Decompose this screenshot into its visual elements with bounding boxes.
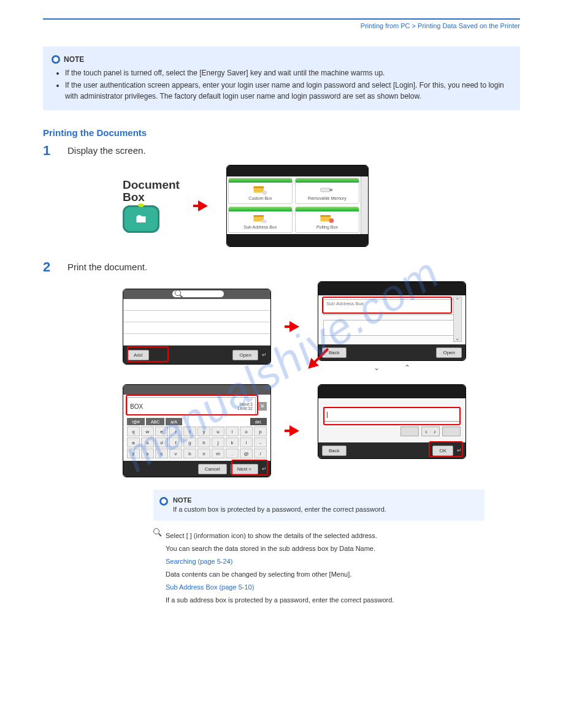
tab-delete[interactable]: del. bbox=[250, 418, 267, 425]
document-box-button[interactable] bbox=[123, 205, 159, 233]
chevron-left-icon[interactable]: ‹ bbox=[422, 427, 431, 436]
list-row[interactable] bbox=[123, 299, 270, 311]
next-button[interactable]: Next > bbox=[231, 464, 258, 474]
key-e[interactable]: e bbox=[155, 427, 168, 436]
ok-button[interactable]: OK bbox=[432, 446, 453, 456]
tab-abc[interactable]: ABC bbox=[146, 418, 164, 425]
gear-icon bbox=[52, 55, 60, 64]
key-@[interactable]: @ bbox=[240, 449, 253, 458]
address-input[interactable]: | bbox=[323, 407, 461, 422]
chevron-up-icon[interactable]: ⌃ bbox=[404, 363, 410, 372]
address-panel: | ‹› Back OK ↵ bbox=[318, 384, 466, 459]
tile-removable-memory[interactable]: Removable Memory bbox=[295, 178, 359, 204]
chevron-up-icon[interactable]: ⌃ bbox=[455, 297, 460, 303]
list-row[interactable] bbox=[123, 322, 270, 334]
key-m[interactable]: m bbox=[212, 449, 224, 458]
panel-bottom-bar bbox=[227, 234, 368, 246]
key-g[interactable]: g bbox=[183, 438, 196, 447]
key-v[interactable]: v bbox=[169, 449, 182, 458]
step-number-2: 2 bbox=[43, 259, 67, 275]
scrollbar[interactable] bbox=[361, 176, 368, 234]
key-.[interactable]: . bbox=[226, 449, 239, 458]
ref-line: Data contents can be changed by selectin… bbox=[166, 569, 394, 580]
box-icon bbox=[251, 184, 269, 196]
detail-topbar bbox=[318, 282, 465, 295]
ref-line: You can search the data stored in the su… bbox=[166, 544, 394, 554]
chevron-right-icon[interactable]: › bbox=[431, 427, 439, 436]
nav-prev-next[interactable]: ‹› bbox=[421, 427, 440, 436]
key-b[interactable]: b bbox=[183, 449, 196, 458]
search-pill[interactable] bbox=[172, 290, 224, 297]
input-limit: Limit:32 bbox=[237, 406, 253, 411]
text-input[interactable]: BOX Input:3Limit:32 bbox=[127, 397, 256, 415]
list-panel: Add Open ↵ bbox=[123, 289, 271, 365]
tile-custom-box[interactable]: Custom Box bbox=[228, 178, 293, 204]
breadcrumb: Printing from PC > Printing Data Saved o… bbox=[361, 22, 520, 29]
panel-top-bar bbox=[227, 165, 368, 176]
clear-button[interactable]: ✕ bbox=[258, 402, 267, 411]
key-k[interactable]: k bbox=[226, 438, 239, 447]
key-j[interactable]: j bbox=[212, 438, 224, 447]
key-f[interactable]: f bbox=[169, 438, 182, 447]
svg-rect-3 bbox=[321, 188, 331, 192]
note-line-2: If the user authentication screen appear… bbox=[65, 80, 511, 102]
key-r[interactable]: r bbox=[169, 427, 182, 436]
key-h[interactable]: h bbox=[197, 438, 210, 447]
key--[interactable]: - bbox=[254, 438, 267, 447]
key-row-2: asdfghjkl- bbox=[127, 438, 267, 447]
gear-icon bbox=[159, 497, 168, 506]
key-c[interactable]: c bbox=[155, 449, 168, 458]
key-u[interactable]: u bbox=[212, 427, 224, 436]
open-button[interactable]: Open bbox=[436, 347, 462, 358]
box-fax-icon bbox=[251, 213, 269, 225]
ref-line: If a sub address box is protected by a p… bbox=[166, 595, 394, 605]
key-o[interactable]: o bbox=[240, 427, 253, 436]
key-t[interactable]: t bbox=[183, 427, 196, 436]
nav-chip[interactable] bbox=[442, 427, 461, 436]
ref-link[interactable]: Searching (page 5-24) bbox=[166, 556, 394, 567]
cancel-button[interactable]: Cancel bbox=[198, 464, 227, 474]
note-title: NOTE bbox=[64, 54, 84, 65]
key-q[interactable]: q bbox=[127, 427, 140, 436]
key-p[interactable]: p bbox=[254, 427, 267, 436]
key-/[interactable]: / bbox=[254, 449, 267, 458]
key-d[interactable]: d bbox=[155, 438, 168, 447]
step-text-2: Print the document. bbox=[67, 259, 147, 275]
list-row[interactable] bbox=[123, 334, 270, 346]
note-mid-title: NOTE bbox=[173, 496, 192, 504]
header-divider bbox=[43, 18, 520, 20]
key-s[interactable]: s bbox=[141, 438, 154, 447]
cursor: | bbox=[326, 411, 328, 418]
text-input-value: BOX bbox=[130, 403, 143, 410]
tile-sub-address-box[interactable]: Sub Address Box bbox=[228, 207, 293, 233]
chevron-down-icon[interactable]: ⌄ bbox=[373, 363, 380, 372]
open-button[interactable]: Open bbox=[232, 350, 258, 360]
tab-symbols[interactable]: !@# bbox=[127, 418, 145, 425]
key-n[interactable]: n bbox=[197, 449, 210, 458]
scrollbar[interactable]: ⌃ ⌄ bbox=[453, 297, 462, 342]
tile-polling-box[interactable]: Polling Box bbox=[295, 207, 359, 233]
detail-line-2[interactable] bbox=[323, 320, 461, 336]
key-row-3: zxcvbnm.@/ bbox=[127, 449, 267, 458]
key-w[interactable]: w bbox=[141, 427, 154, 436]
tab-case[interactable]: a/A bbox=[166, 418, 182, 425]
add-button[interactable]: Add bbox=[127, 350, 149, 360]
docbox-label-2: Box bbox=[123, 191, 145, 203]
back-button[interactable]: Back bbox=[322, 446, 347, 456]
key-z[interactable]: z bbox=[127, 449, 140, 458]
detail-line-1[interactable]: Sub Address Box bbox=[323, 299, 461, 315]
svg-rect-1 bbox=[254, 186, 264, 188]
key-y[interactable]: y bbox=[197, 427, 210, 436]
key-a[interactable]: a bbox=[127, 438, 140, 447]
detail-panel: Sub Address Box Back Open ⌃ ⌄ bbox=[318, 281, 466, 361]
folders-icon bbox=[134, 213, 148, 226]
nav-chip[interactable] bbox=[400, 427, 419, 436]
list-row[interactable] bbox=[123, 311, 270, 322]
ref-link[interactable]: Sub Address Box (page 5-10) bbox=[166, 582, 394, 593]
key-i[interactable]: i bbox=[226, 427, 239, 436]
docbox-label-1: Document bbox=[123, 178, 180, 191]
arrow-right-icon bbox=[198, 200, 208, 211]
key-x[interactable]: x bbox=[141, 449, 154, 458]
chevron-down-icon[interactable]: ⌄ bbox=[455, 335, 460, 341]
key-l[interactable]: l bbox=[240, 438, 253, 447]
